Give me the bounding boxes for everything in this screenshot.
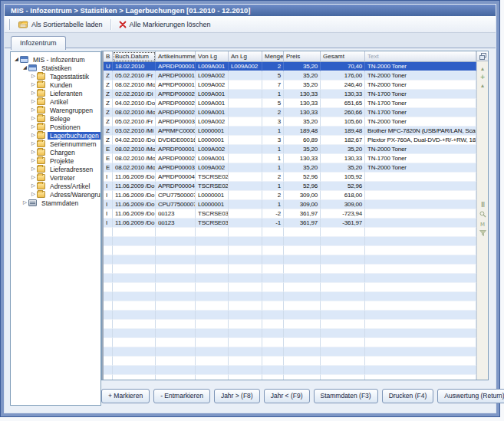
cell[interactable]: APRDP00001 (156, 71, 196, 81)
cell[interactable]: TSCRSE02 (196, 173, 229, 182)
cell[interactable]: 361,97 (284, 219, 321, 228)
cell[interactable] (321, 265, 365, 274)
button-jahr-f9[interactable]: Jahr < (F9) (264, 389, 310, 403)
cell[interactable]: 130,33 (284, 90, 321, 99)
cell[interactable] (156, 246, 196, 255)
table-row[interactable]: Z08.02.2010 /MoAPRDP00002L009A0012130,33… (104, 108, 476, 117)
cell[interactable]: L009A001 (196, 99, 229, 108)
button-drucken-f4[interactable]: Drucken (F4) (382, 389, 434, 403)
collapsed-arrow-icon[interactable]: ▷ (30, 131, 37, 140)
tree-item-kunden[interactable]: ▷Kunden (11, 81, 100, 89)
cell[interactable] (196, 246, 229, 255)
cell[interactable] (229, 117, 262, 127)
cell[interactable]: Z (104, 81, 113, 90)
cell[interactable]: APRDP00004 (156, 182, 196, 191)
cell[interactable]: 11.06.2009 /Do (113, 200, 156, 209)
cell[interactable] (156, 301, 196, 311)
cell[interactable] (196, 320, 229, 329)
cell[interactable] (196, 301, 229, 311)
cell[interactable] (262, 255, 284, 265)
cell[interactable]: 08.02.2010 /Mo (113, 145, 156, 154)
collapsed-arrow-icon[interactable]: ▷ (30, 106, 37, 114)
cell[interactable]: 70,40 (321, 62, 365, 71)
cell[interactable]: I (104, 209, 113, 219)
cell[interactable] (365, 209, 476, 219)
cell[interactable]: L009A002 (196, 145, 229, 154)
cell[interactable] (321, 375, 365, 380)
cell[interactable] (365, 228, 476, 237)
cell[interactable] (196, 311, 229, 320)
cell[interactable]: APRDP00003 (156, 117, 196, 127)
tree-item-lieferanten[interactable]: ▷Lieferanten (11, 89, 100, 97)
cell[interactable] (229, 163, 262, 173)
tree-item-lieferadressen[interactable]: ▷Lieferadressen (11, 165, 100, 173)
cell[interactable] (113, 347, 156, 357)
cell[interactable]: DVDIDE00016 (156, 136, 196, 145)
cell[interactable] (229, 255, 262, 265)
cell[interactable]: 246,40 (321, 81, 365, 90)
cell[interactable] (284, 274, 321, 283)
column-header-gesamt[interactable]: Gesamt (321, 51, 365, 62)
cell[interactable] (113, 274, 156, 283)
cell[interactable] (365, 255, 476, 265)
cell[interactable] (229, 71, 262, 81)
cell[interactable] (284, 246, 321, 255)
cell[interactable]: L009A001 (196, 90, 229, 99)
mark-icon[interactable]: M (477, 222, 488, 229)
cell[interactable] (113, 292, 156, 301)
cell[interactable] (156, 274, 196, 283)
cell[interactable] (156, 292, 196, 301)
cell[interactable]: 35,20 (284, 117, 321, 127)
cell[interactable] (262, 237, 284, 246)
cell[interactable] (229, 209, 262, 219)
cell[interactable]: TN-2000 Toner (365, 62, 476, 71)
cell[interactable] (262, 357, 284, 366)
cell[interactable]: APRDP00001 (156, 81, 196, 90)
tree-item-lagerbuchungen[interactable]: ▷Lagerbuchungen (11, 131, 100, 140)
cell[interactable] (156, 228, 196, 237)
clear-all-marks-button[interactable]: Alle Markierungen löschen (114, 19, 216, 30)
cell[interactable] (196, 265, 229, 274)
cell[interactable]: APRDP00001 (156, 62, 196, 71)
cell[interactable] (196, 283, 229, 292)
cell[interactable]: 651,65 (321, 99, 365, 108)
cell[interactable]: APRDP00002 (156, 154, 196, 163)
cell[interactable] (113, 375, 156, 380)
table-row[interactable]: I11.06.2009 /Doüü123TSCRSE03-1361,97-361… (104, 219, 476, 228)
cell[interactable] (365, 357, 476, 366)
cell[interactable] (284, 375, 321, 380)
column-header-an-lg[interactable]: An Lg (229, 51, 262, 62)
cell[interactable] (113, 357, 156, 366)
cell[interactable]: 52,96 (284, 173, 321, 182)
table-row[interactable]: Z08.02.2010 /MoAPRDP00001L009A002735,202… (104, 81, 476, 90)
search-icon[interactable] (477, 211, 488, 219)
table-row[interactable]: Z05.02.2010 /FrAPRDP00003L009A002335,201… (104, 117, 476, 127)
cell[interactable] (113, 366, 156, 375)
cell[interactable] (113, 301, 156, 311)
table-row[interactable]: E08.02.2010 /MoAPRDP00001L009A002135,203… (104, 145, 476, 154)
cell[interactable] (229, 274, 262, 283)
cell[interactable]: 182,67 (321, 136, 365, 145)
cell[interactable] (156, 366, 196, 375)
cell[interactable]: 1 (262, 163, 284, 173)
cell[interactable] (262, 347, 284, 357)
cell[interactable] (262, 274, 284, 283)
cell[interactable] (262, 301, 284, 311)
cell[interactable] (229, 173, 262, 182)
cell[interactable]: E (104, 163, 113, 173)
cell[interactable]: Plextor PX-760A, Dual-DVD-+R/-+RW, 18/18… (365, 136, 476, 145)
cell[interactable]: 618,00 (321, 191, 365, 200)
cell[interactable] (262, 320, 284, 329)
cell[interactable] (196, 228, 229, 237)
cell[interactable] (365, 237, 476, 246)
cell[interactable]: TSCRSE02 (196, 182, 229, 191)
cell[interactable]: üü123 (156, 209, 196, 219)
cell[interactable] (321, 329, 365, 338)
cell[interactable] (321, 320, 365, 329)
cell[interactable]: 35,20 (321, 145, 365, 154)
cell[interactable]: 05.02.2010 /Fr (113, 117, 156, 127)
cell[interactable] (196, 375, 229, 380)
tree-item-vertreter[interactable]: ▷Vertreter (11, 173, 100, 182)
nav-up2-icon[interactable]: ▴ (477, 82, 488, 89)
cell[interactable]: 11.06.2009 /Do (113, 182, 156, 191)
